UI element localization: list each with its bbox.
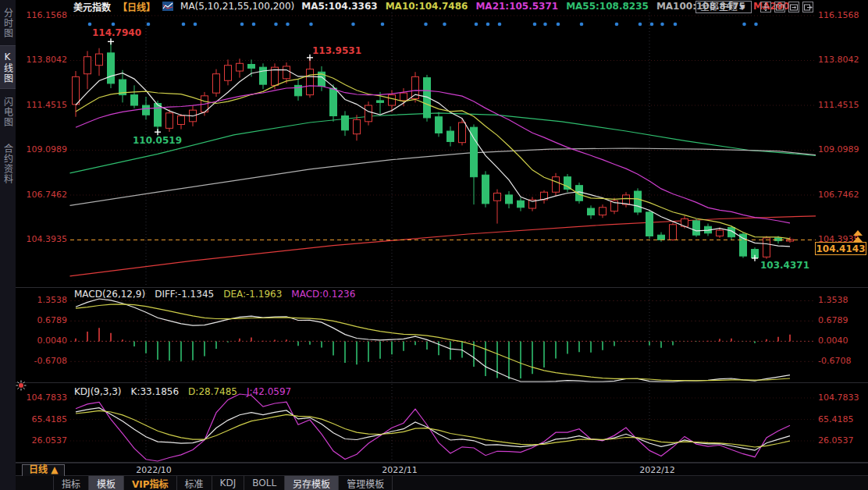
macd-dea-value: DEA:-1.1963 bbox=[223, 289, 282, 300]
time-axis-row: 日线 ▲ 2022/102022/112022/12 bbox=[16, 463, 868, 476]
price-up-arrows-icon bbox=[853, 230, 863, 243]
period-tag: 【日线】 bbox=[118, 0, 155, 13]
footer-tab-模板[interactable]: 模板 bbox=[89, 476, 124, 490]
axis-label: 26.0537 bbox=[818, 435, 868, 446]
axis-label: 113.8042 bbox=[818, 55, 868, 65]
axis-label: 109.0989 bbox=[818, 144, 868, 154]
footer-tab-VIP指标[interactable]: VIP指标 bbox=[124, 476, 177, 490]
axis-label: -0.6708 bbox=[818, 356, 868, 366]
last-price-tag: 104.4143 bbox=[815, 242, 866, 255]
footer-tab-BOLL[interactable]: BOLL bbox=[244, 476, 285, 490]
chart-canvas[interactable] bbox=[0, 0, 868, 490]
theme-selector-button[interactable]: 全部主题▼ bbox=[695, 1, 752, 13]
axis-label: 0.6789 bbox=[17, 315, 67, 325]
axis-label: 65.4185 bbox=[17, 414, 67, 424]
kdj-d-value: D:28.7485 bbox=[188, 386, 237, 397]
ma-indicator-icon[interactable] bbox=[162, 2, 173, 11]
bottom-toolbar: 指标模板VIP指标标准KDJBOLL另存模板管理模板 bbox=[16, 476, 868, 490]
sidebar-tab-3[interactable]: 闪电图 bbox=[0, 89, 16, 134]
ma-value-label: MA5:104.3363 bbox=[301, 1, 377, 12]
pane-up-icon[interactable] bbox=[774, 2, 785, 12]
toolbar-lead-spacer bbox=[16, 476, 54, 490]
price-annotation: 110.0519 bbox=[133, 135, 182, 146]
pane-export-icon[interactable] bbox=[802, 2, 813, 12]
axis-label: 106.7462 bbox=[818, 190, 868, 200]
axis-label: -0.6708 bbox=[17, 356, 67, 366]
date-label: 2022/11 bbox=[382, 465, 418, 475]
axis-label: 0.0040 bbox=[818, 336, 868, 346]
sidebar-tab-4[interactable]: 合约资料 bbox=[0, 134, 16, 194]
price-annotation: 103.4371 bbox=[760, 260, 809, 271]
pane-right-icon[interactable] bbox=[788, 2, 799, 12]
axis-label: 116.1568 bbox=[17, 10, 67, 20]
footer-tab-另存模板[interactable]: 另存模板 bbox=[285, 476, 339, 490]
axis-label: 113.8042 bbox=[17, 55, 67, 65]
kdj-k-value: K:33.1856 bbox=[131, 386, 180, 397]
symbol-title: 美元指数 bbox=[73, 0, 111, 13]
price-annotation: 113.9531 bbox=[312, 45, 361, 56]
ma-value-label: MA55:108.8235 bbox=[566, 1, 649, 12]
kdj-header: KDJ(9,3,3) K:33.1856 D:28.7485 J:42.0597 bbox=[74, 386, 291, 397]
macd-params-label: MACD(26,12,9) bbox=[74, 289, 145, 300]
footer-tab-标准[interactable]: 标准 bbox=[177, 476, 212, 490]
macd-panel bbox=[76, 299, 790, 382]
axis-label: 65.4185 bbox=[818, 414, 868, 424]
footer-tab-指标[interactable]: 指标 bbox=[54, 476, 89, 490]
macd-value: MACD:0.1236 bbox=[291, 289, 355, 300]
axis-label: 0.6789 bbox=[818, 315, 868, 325]
axis-label: 104.3935 bbox=[17, 234, 67, 244]
axis-label: 26.0537 bbox=[17, 435, 67, 446]
footer-tab-管理模板[interactable]: 管理模板 bbox=[339, 476, 393, 490]
axis-label: 104.7833 bbox=[818, 392, 868, 403]
macd-diff-value: DIFF:-1.1345 bbox=[155, 289, 214, 300]
period-selector-button[interactable]: 日线 ▲ bbox=[22, 464, 65, 477]
kdj-j-value: J:42.0597 bbox=[247, 386, 291, 397]
axis-label: 1.3538 bbox=[818, 295, 868, 305]
chart-header: 美元指数 【日线】 MA(5,10,21,55,100,200) MA5:104… bbox=[73, 0, 789, 12]
footer-tab-KDJ[interactable]: KDJ bbox=[212, 476, 245, 490]
event-markers bbox=[88, 23, 758, 27]
macd-header: MACD(26,12,9) DIFF:-1.1345 DEA:-1.1963 M… bbox=[74, 289, 355, 300]
sidebar-tab-1[interactable]: 分时图 bbox=[0, 2, 16, 44]
date-label: 2022/10 bbox=[136, 465, 172, 475]
ma-value-label: MA10:104.7486 bbox=[386, 1, 468, 12]
axis-label: 111.4515 bbox=[17, 100, 67, 110]
axis-label: 0.0040 bbox=[17, 336, 67, 346]
ma-value-label: MA21:105.5371 bbox=[475, 1, 558, 12]
sidebar-tab-2[interactable]: K线图 bbox=[0, 45, 16, 89]
axis-label: 116.1568 bbox=[818, 10, 868, 20]
axis-label: 109.0989 bbox=[17, 144, 67, 154]
pan-crosshair-icon[interactable] bbox=[760, 2, 771, 12]
date-label: 2022/12 bbox=[639, 465, 675, 475]
left-sidebar: 分时图K线图闪电图合约资料 bbox=[0, 0, 16, 490]
axis-label: 111.4515 bbox=[818, 100, 868, 110]
price-annotation: 114.7940 bbox=[92, 27, 141, 38]
axis-label: 106.7462 bbox=[17, 190, 67, 200]
chart-toolbar: 全部主题▼ bbox=[695, 1, 813, 13]
kdj-params-label: KDJ(9,3,3) bbox=[74, 386, 122, 397]
ma-params-label: MA(5,10,21,55,100,200) bbox=[180, 1, 294, 12]
kdj-panel bbox=[76, 394, 790, 461]
indicator-settings-icon[interactable] bbox=[16, 379, 27, 394]
trading-terminal: 分时图K线图闪电图合约资料 美元指数 【日线】 MA(5,10,21,55,10… bbox=[0, 0, 868, 490]
axis-label: 1.3538 bbox=[17, 295, 67, 305]
